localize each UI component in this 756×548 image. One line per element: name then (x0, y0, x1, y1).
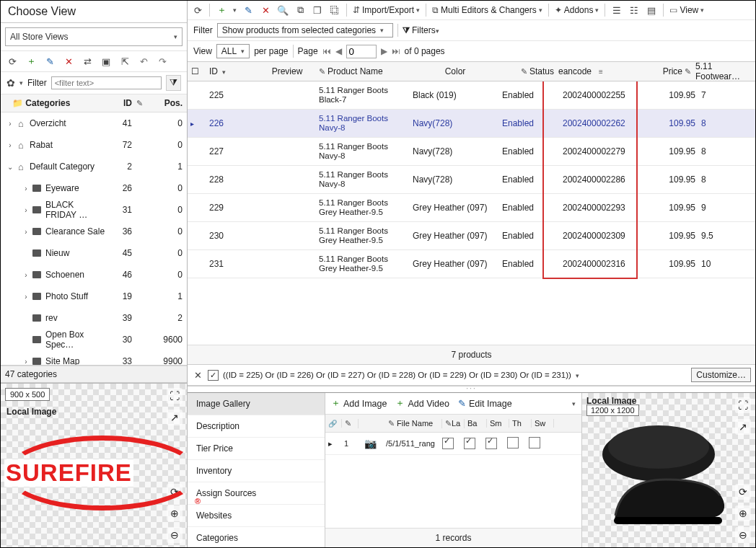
link-icon[interactable]: 🔗 (328, 420, 337, 428)
expander-icon[interactable]: › (21, 358, 31, 366)
product-row[interactable]: 2315.11 Ranger BootsGrey Heather-9.5Grey… (188, 250, 755, 278)
product-row[interactable]: 2265.11 Ranger BootsNavy-8Navy(728)Enabl… (188, 110, 755, 138)
detail-tab[interactable]: Assign Sources (188, 482, 325, 505)
redo-icon[interactable]: ↷ (157, 56, 168, 67)
gallery-menu-icon[interactable]: ▾ (572, 400, 576, 407)
expander-icon[interactable]: ⌄ (5, 163, 15, 171)
detail-tab[interactable]: Websites (188, 505, 325, 527)
category-row[interactable]: ›Photo Stuff191 (1, 286, 187, 307)
col-sm[interactable]: Sm (487, 419, 509, 428)
col-la[interactable]: La (442, 419, 465, 428)
first-page-icon[interactable]: ⏮ (322, 46, 331, 56)
category-row[interactable]: ›Clearance Sale360 (1, 221, 187, 242)
chevron-down-icon[interactable]: ▾ (233, 6, 237, 14)
swap-icon[interactable]: ⇄ (82, 56, 93, 67)
col-status[interactable]: Status (498, 66, 554, 76)
expand-icon[interactable]: ⛶ (167, 388, 183, 404)
category-row[interactable]: ›Schoenen460 (1, 264, 187, 286)
category-row[interactable]: ›Site Map339900 (1, 350, 187, 365)
expander-icon[interactable]: › (21, 206, 31, 214)
col-eancode[interactable]: eancode ≡ (554, 66, 639, 76)
chevron-down-icon[interactable]: ▾ (19, 79, 23, 87)
paste-icon[interactable]: ❐ (312, 4, 323, 16)
edit-icon[interactable] (342, 419, 359, 428)
checkbox-sw[interactable] (529, 437, 540, 448)
view-menu[interactable]: ▭View▾ (669, 5, 704, 15)
category-row[interactable]: Open Box Spec…309600 (1, 329, 187, 350)
copy-icon[interactable]: ⧉ (294, 4, 306, 16)
checkbox-sm[interactable] (485, 438, 497, 449)
expander-icon[interactable]: › (5, 120, 15, 128)
delete-icon[interactable]: ✕ (260, 4, 271, 16)
open-external-icon[interactable]: ↗ (167, 410, 183, 425)
checkbox-ba[interactable] (464, 438, 475, 449)
last-page-icon[interactable]: ⏭ (392, 46, 400, 56)
col-th[interactable]: Th (509, 419, 532, 428)
detail-tab[interactable]: Tier Price (188, 438, 325, 460)
gear-icon[interactable]: ✿ (6, 77, 15, 89)
category-row[interactable]: ⌄Default Category21 (1, 156, 187, 177)
col-preview[interactable]: Preview (255, 66, 319, 76)
checkbox-la[interactable] (442, 438, 454, 449)
category-row[interactable]: Nieuw450 (1, 242, 187, 264)
product-row[interactable]: 2285.11 Ranger BootsNavy-8Navy(728)Enabl… (188, 166, 755, 194)
filters-menu[interactable]: ⧩ Filters▾ (403, 25, 439, 35)
detail-tab[interactable]: Image Gallery (188, 393, 325, 415)
per-page-select[interactable]: ALL▾ (216, 44, 250, 58)
prev-page-icon[interactable]: ◀ (335, 46, 342, 56)
category-row[interactable]: ›BLACK FRIDAY …310 (1, 199, 187, 221)
duplicate-icon[interactable]: ⿻ (329, 4, 340, 16)
category-row[interactable]: rev392 (1, 307, 187, 329)
expander-icon[interactable]: › (21, 293, 31, 301)
col-price[interactable]: Price (639, 66, 691, 76)
refresh-icon[interactable]: ⟳ (192, 4, 203, 16)
expand-icon[interactable]: ⛶ (735, 397, 751, 413)
edit-icon[interactable]: ✎ (242, 4, 254, 16)
clear-filter-icon[interactable]: ✕ (192, 369, 203, 381)
layout2-icon[interactable]: ☷ (628, 4, 640, 16)
layout3-icon[interactable]: ▤ (646, 4, 657, 16)
search-icon[interactable]: 🔍 (277, 4, 289, 16)
funnel-icon[interactable]: ⧩ (166, 75, 181, 91)
product-row[interactable]: 2275.11 Ranger BootsNavy-8Navy(728)Enabl… (188, 138, 755, 166)
category-row[interactable]: ›Overzicht410 (1, 112, 187, 134)
col-footwear[interactable]: 5.11 Footwear… (691, 62, 750, 81)
col-color[interactable]: Color (413, 66, 498, 76)
product-row[interactable]: 2305.11 Ranger BootsGrey Heather-9.5Grey… (188, 222, 755, 250)
next-page-icon[interactable]: ▶ (381, 46, 387, 56)
col-categories[interactable]: 📁 Categories (6, 98, 106, 108)
detail-tab[interactable]: Description (188, 415, 325, 438)
layout1-icon[interactable]: ☰ (611, 4, 623, 16)
checkbox-th[interactable] (507, 437, 519, 448)
col-sw[interactable]: Sw (532, 419, 554, 428)
import-export-menu[interactable]: ⇵Import/Export▾ (353, 5, 420, 15)
image-icon[interactable]: ▣ (100, 56, 112, 67)
select-all-checkbox[interactable]: ☐ (188, 66, 202, 76)
add-video-button[interactable]: ＋Add Video (395, 397, 449, 410)
addons-menu[interactable]: ✦Addons▾ (555, 5, 599, 15)
product-row[interactable]: 2255.11 Ranger BootsBlack-7Black (019)En… (188, 81, 755, 110)
category-filter-input[interactable] (51, 76, 162, 89)
export-icon[interactable]: ⇱ (119, 56, 131, 67)
col-file-name[interactable]: File Name (385, 419, 442, 428)
col-id[interactable]: ID (106, 98, 132, 108)
col-id[interactable]: ID (202, 66, 255, 76)
multi-editors-menu[interactable]: ⧉Multi Editors & Changers▾ (432, 5, 542, 15)
category-row[interactable]: ›Rabat720 (1, 134, 187, 156)
expander-icon[interactable]: › (5, 141, 15, 149)
add-icon[interactable]: ＋ (25, 56, 37, 67)
category-row[interactable]: ›Eyeware260 (1, 177, 187, 199)
expander-icon[interactable]: › (21, 271, 31, 279)
edit-column-icon[interactable] (132, 98, 146, 108)
edit-image-button[interactable]: ✎Edit Image (458, 398, 512, 409)
add-image-button[interactable]: ＋Add Image (331, 397, 387, 410)
add-icon[interactable]: ＋ (216, 4, 227, 16)
detail-tab[interactable]: Inventory (188, 460, 325, 482)
product-row[interactable]: 2295.11 Ranger BootsGrey Heather-9.5Grey… (188, 194, 755, 222)
undo-icon[interactable]: ↶ (138, 56, 149, 67)
col-ba[interactable]: Ba (465, 419, 487, 428)
zoom-out-icon[interactable]: ⊖ (167, 527, 183, 543)
detail-tab[interactable]: Categories (188, 527, 325, 548)
delete-icon[interactable]: ✕ (63, 56, 74, 67)
expander-icon[interactable]: › (21, 185, 31, 193)
